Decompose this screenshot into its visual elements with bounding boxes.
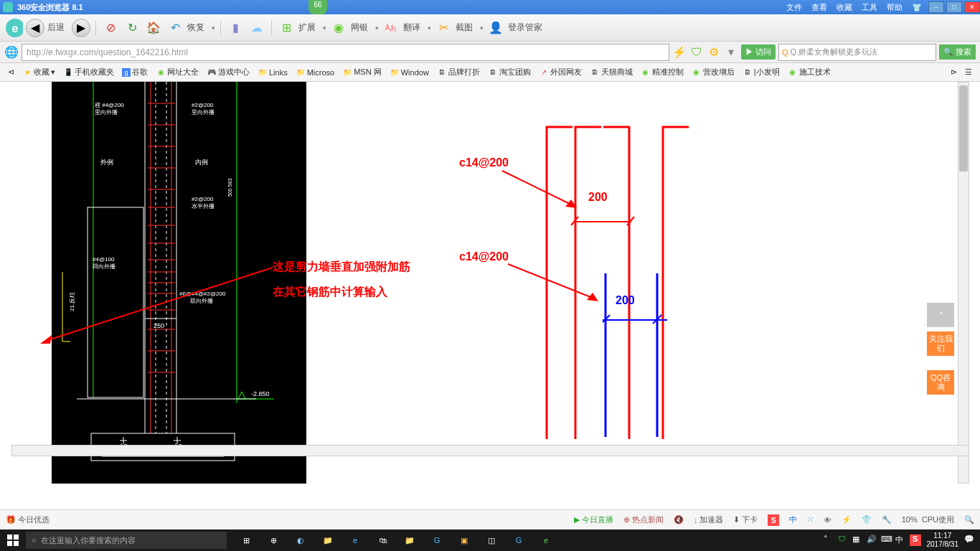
minimize-button[interactable]: − xyxy=(928,1,944,13)
qq-consult-button[interactable]: QQ咨询 xyxy=(927,370,954,395)
tray-net-icon[interactable]: ▦ xyxy=(852,534,864,546)
cpu-usage[interactable]: 10%CPU使用 xyxy=(902,516,954,524)
dropdown-icon[interactable]: ▾ xyxy=(724,45,738,60)
restore-icon[interactable]: ↶ xyxy=(166,19,184,37)
app-icon[interactable]: G xyxy=(505,529,532,551)
app-icon[interactable]: ◐ xyxy=(287,529,314,551)
menu-file[interactable]: 文件 xyxy=(782,1,806,14)
translate-label[interactable]: 翻译 xyxy=(403,22,420,34)
ime-badge[interactable]: S xyxy=(768,514,778,526)
browser-search-input[interactable]: Q.Q.娇柔女角解锁更多玩法 xyxy=(778,44,936,61)
bookmark-item[interactable]: 🗎|小发明 xyxy=(739,65,783,79)
bookmark-item[interactable]: 📁Links xyxy=(254,66,291,79)
bookmark-item[interactable]: 🗎淘宝团购 xyxy=(484,65,534,79)
home-icon[interactable]: 🏠 xyxy=(144,19,163,37)
menu-fav[interactable]: 收藏 xyxy=(832,1,857,14)
clock[interactable]: 11:172017/8/31 xyxy=(924,532,962,549)
start-button[interactable] xyxy=(0,529,26,551)
globe-icon[interactable]: 🌐 xyxy=(4,45,19,60)
forward-button[interactable]: ▶ xyxy=(72,19,90,37)
bookmark-item[interactable]: ◉施工技术 xyxy=(784,65,834,79)
menu-view[interactable]: 查看 xyxy=(807,1,831,14)
extend-icon[interactable]: ⊞ xyxy=(277,19,296,37)
favorites-button[interactable]: ★收藏 ▾ xyxy=(19,65,59,79)
vertical-scrollbar[interactable] xyxy=(958,82,969,484)
bookmark-item[interactable]: 📱手机收藏夹 xyxy=(60,65,118,79)
zoom-icon[interactable]: 🔍 xyxy=(964,515,974,524)
tray-kb-icon[interactable]: ⌨ xyxy=(881,534,892,546)
notifications-icon[interactable]: 💬 xyxy=(964,534,976,546)
bookmark-more[interactable]: ☰ xyxy=(961,66,976,78)
scrollbar-thumb[interactable] xyxy=(959,85,968,171)
tray-dots[interactable]: ⁙ xyxy=(807,515,814,524)
bookmark-item[interactable]: ◉精准控制 xyxy=(637,65,687,79)
bank-label[interactable]: 网银 xyxy=(351,22,368,34)
visit-button[interactable]: ▶ 访问 xyxy=(741,44,776,60)
browser-search-button[interactable]: 🔍 搜索 xyxy=(939,44,976,60)
tray-shirt[interactable]: 👕 xyxy=(862,515,872,524)
cloud-icon[interactable]: ☁ xyxy=(248,19,266,37)
bookmark-item[interactable]: 📁Window xyxy=(386,66,433,79)
app-icon[interactable]: ⊕ xyxy=(260,529,287,551)
menu-help[interactable]: 帮助 xyxy=(882,1,907,14)
accelerator[interactable]: ↓加速器 xyxy=(694,514,724,525)
app-icon[interactable]: ◫ xyxy=(478,529,505,551)
tray-ime-icon[interactable]: 中 xyxy=(895,534,907,546)
explorer-icon[interactable]: 📁 xyxy=(314,529,341,551)
lightning-icon[interactable]: ⚡ xyxy=(672,45,687,60)
bookmark-item[interactable]: ◉网址大全 xyxy=(152,65,202,79)
url-input[interactable]: http://e.fwxgx.com/question_1642216.html xyxy=(22,44,669,61)
bookmark-item[interactable]: 📁MSN 网 xyxy=(339,65,385,79)
app-icon[interactable]: ▣ xyxy=(451,529,478,551)
browser-icon[interactable]: e xyxy=(532,529,560,551)
tray-s-icon[interactable]: S xyxy=(910,534,921,546)
scroll-top-button[interactable]: ⌃ xyxy=(927,303,954,327)
edge-icon[interactable]: e xyxy=(341,529,369,551)
menu-tools[interactable]: 工具 xyxy=(857,1,882,14)
taskview-icon[interactable]: ⊞ xyxy=(232,529,260,551)
hot-news[interactable]: ⊕热点新闻 xyxy=(623,514,664,525)
screenshot-icon[interactable]: ✂ xyxy=(434,19,453,37)
extend-label[interactable]: 扩展 xyxy=(298,22,316,34)
bank-icon[interactable]: ◉ xyxy=(329,19,348,37)
today-featured[interactable]: 🎁今日优选 xyxy=(6,514,50,525)
horizontal-scrollbar[interactable] xyxy=(11,445,969,456)
score-badge[interactable]: 66 xyxy=(308,0,327,14)
shirt-icon[interactable]: 👕 xyxy=(908,1,926,14)
login-icon[interactable]: 👤 xyxy=(486,19,505,37)
bookmark-item[interactable]: ◉营改增后 xyxy=(688,65,738,79)
follow-us-button[interactable]: 关注我们 xyxy=(927,331,954,356)
muted-icon[interactable]: 🔇 xyxy=(674,515,684,524)
back-button[interactable]: ◀ xyxy=(26,19,44,37)
tray-bolt[interactable]: ⚡ xyxy=(842,515,852,524)
maximize-button[interactable]: □ xyxy=(946,1,962,13)
ime-cn[interactable]: 中 xyxy=(789,514,797,525)
bookmark-item[interactable]: g谷歌 xyxy=(118,65,151,79)
browser-logo-icon[interactable]: e xyxy=(4,19,23,37)
tray-tool[interactable]: 🔧 xyxy=(882,515,892,524)
screenshot-label[interactable]: 截图 xyxy=(456,22,473,34)
tray-eye[interactable]: 👁 xyxy=(824,516,831,524)
translate-icon[interactable]: Aあ xyxy=(382,19,400,37)
tray-shield-icon[interactable]: 🛡 xyxy=(838,534,849,546)
bookmark-item[interactable]: 🎮游戏中心 xyxy=(203,65,253,79)
star-icon[interactable]: ⚙ xyxy=(707,45,721,60)
windows-search-input[interactable]: ○在这里输入你要搜索的内容 xyxy=(26,532,227,549)
download[interactable]: ⬇下卡 xyxy=(733,514,758,525)
close-button[interactable]: ✕ xyxy=(964,1,980,13)
refresh-icon[interactable]: ↻ xyxy=(123,19,141,37)
bookmark-item[interactable]: 🗎品牌打折 xyxy=(433,65,484,79)
login-label[interactable]: 登录管家 xyxy=(508,22,542,34)
bookmark-item[interactable]: ↗外国网友 xyxy=(535,65,585,79)
stop-icon[interactable]: ⊘ xyxy=(101,19,120,37)
bookmark-item[interactable]: 📁Microso xyxy=(292,66,339,79)
bookmark-nav-left[interactable]: ⊲ xyxy=(4,66,18,78)
app-icon[interactable]: G xyxy=(423,529,451,551)
shield-icon[interactable]: 🛡 xyxy=(689,45,704,60)
app-icon[interactable]: 📁 xyxy=(396,529,423,551)
phone-icon[interactable]: ▮ xyxy=(226,19,245,37)
live-today[interactable]: ▶今日直播 xyxy=(574,514,613,525)
tray-up-icon[interactable]: ˄ xyxy=(824,534,835,546)
store-icon[interactable]: 🛍 xyxy=(369,529,396,551)
bookmark-nav-right[interactable]: ⊳ xyxy=(947,66,961,78)
